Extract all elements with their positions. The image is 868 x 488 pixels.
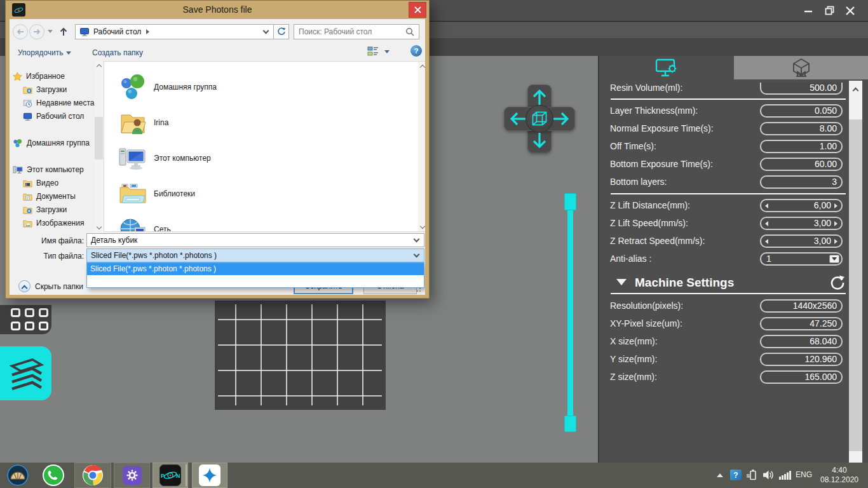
tab-print-settings[interactable] <box>599 56 734 79</box>
xy-pixel-input[interactable]: 47.250 <box>760 317 843 330</box>
x-size-input[interactable]: 68.040 <box>760 335 843 348</box>
sidebar-item-desktop[interactable]: Рабочий стол <box>23 110 84 123</box>
taskbar-settings-button[interactable] <box>114 463 150 488</box>
sidebar-item-this-pc[interactable]: Этот компьютер <box>13 163 84 176</box>
file-item-irina[interactable]: Irina <box>118 108 168 137</box>
tray-expand-button[interactable] <box>715 471 724 479</box>
refresh-icon[interactable] <box>829 274 846 291</box>
tray-volume-icon[interactable] <box>762 469 774 481</box>
forward-button[interactable] <box>29 24 44 39</box>
back-button[interactable] <box>13 24 28 39</box>
app-close-button[interactable] <box>837 0 863 21</box>
sidebar-scroll-down-button[interactable] <box>95 224 103 232</box>
tray-signal-icon[interactable] <box>779 470 792 480</box>
panel-scroll-up-button[interactable] <box>849 81 862 98</box>
filetype-option[interactable]: Sliced File(*.pws *.photon *.photons ) <box>87 263 424 275</box>
print-settings-icon <box>653 58 680 78</box>
sidebar-scroll-thumb[interactable] <box>95 117 103 159</box>
list-scroll-track[interactable] <box>418 71 425 222</box>
panel-scroll-thumb[interactable] <box>849 119 862 451</box>
sidebar-item-favorites[interactable]: Избранное <box>13 70 65 83</box>
machine-settings-header[interactable]: Machine Settings <box>599 274 868 291</box>
sidebar-item-homegroup[interactable]: Домашняя группа <box>13 137 90 149</box>
nav-cube-home-button[interactable] <box>526 105 553 133</box>
view-mode-button[interactable] <box>367 46 379 59</box>
breadcrumb-arrow-icon[interactable] <box>146 29 149 34</box>
help-button[interactable]: ? <box>410 45 422 57</box>
layer-slider-track[interactable] <box>567 210 573 416</box>
list-scroll-down-button[interactable] <box>418 222 425 231</box>
taskbar-photon-button[interactable]: P N <box>153 463 188 488</box>
slice-layers-button[interactable] <box>0 346 51 400</box>
y-size-input[interactable]: 120.960 <box>760 353 843 366</box>
file-label: Сеть <box>154 225 171 232</box>
sidebar-scroll-up-button[interactable] <box>95 61 103 69</box>
spinner-left-icon[interactable] <box>765 203 768 208</box>
hide-folders-label[interactable]: Скрыть папки <box>35 282 83 291</box>
sidebar-item-downloads[interactable]: Загрузки <box>23 83 67 96</box>
history-dropdown-icon[interactable] <box>48 30 53 33</box>
tab-machine[interactable] <box>734 56 868 79</box>
search-input[interactable]: Поиск: Рабочий стол <box>294 24 419 39</box>
bottom-layers-input[interactable]: 3 <box>760 175 843 189</box>
address-dropdown-icon[interactable] <box>263 28 269 34</box>
grid-view-button[interactable] <box>0 305 51 334</box>
normal-exposure-input[interactable]: 8.00 <box>760 122 843 135</box>
resin-volume-input[interactable]: 500.00 <box>760 83 843 95</box>
up-button[interactable] <box>57 25 71 39</box>
sidebar-item-pictures[interactable]: Изображения <box>23 217 84 229</box>
file-item-libraries[interactable]: Библиотеки <box>118 179 195 208</box>
panel-scroll-track[interactable] <box>849 98 862 119</box>
filetype-select[interactable]: Sliced File(*.pws *.photon *.photons ) <box>86 248 424 262</box>
breadcrumb-location[interactable]: Рабочий стол <box>93 27 141 36</box>
setting-row-z-size: Z size(mm): 165.000 <box>599 370 868 384</box>
list-scroll-up-button[interactable] <box>418 62 425 71</box>
tray-network-assistant-icon[interactable]: ? <box>730 470 742 480</box>
layer-thickness-input[interactable]: 0.050 <box>760 104 843 118</box>
new-folder-button[interactable]: Создать папку <box>92 47 143 58</box>
spinner-left-icon[interactable] <box>765 221 768 226</box>
hide-folders-button[interactable] <box>18 280 31 292</box>
sidebar-item-downloads2[interactable]: Загрузки <box>23 203 67 216</box>
filename-input[interactable]: Деталь кубик <box>86 233 424 247</box>
dropdown-arrow-button[interactable] <box>829 255 839 263</box>
layer-slider-bottom-handle[interactable] <box>564 416 576 432</box>
off-time-input[interactable]: 1.00 <box>760 140 843 153</box>
address-bar[interactable]: Рабочий стол <box>75 24 274 39</box>
dialog-close-button[interactable] <box>409 2 426 18</box>
setting-label: XY-Pixel size(um): <box>610 317 682 330</box>
tray-language-indicator[interactable]: ENG <box>796 470 812 479</box>
taskbar-blue-app-button[interactable] <box>192 463 227 488</box>
refresh-button[interactable] <box>273 24 289 39</box>
setting-row-z-retract-speed: Z Retract Speed(mm/s): 3,00 <box>599 234 868 248</box>
filetype-option-empty[interactable] <box>87 275 424 287</box>
file-item-homegroup[interactable]: Домашняя группа <box>118 72 217 102</box>
taskbar-whatsapp-button[interactable] <box>42 464 65 487</box>
sidebar-item-videos[interactable]: Видео <box>23 177 58 189</box>
layer-slider-top-handle[interactable] <box>564 193 576 210</box>
tray-battery-icon[interactable] <box>746 469 758 481</box>
spinner-right-icon[interactable] <box>834 221 837 226</box>
resolution-input[interactable]: 1440x2560 <box>760 299 843 313</box>
z-size-input[interactable]: 165.000 <box>760 370 843 384</box>
setting-label: Z Lift Speed(mm/s): <box>610 217 688 230</box>
start-button[interactable] <box>6 464 29 487</box>
z-lift-distance-spinner[interactable]: 6,00 <box>760 199 843 212</box>
file-item-network[interactable]: Сеть <box>118 215 171 232</box>
organize-menu-button[interactable]: Упорядочить <box>18 47 71 58</box>
spinner-left-icon[interactable] <box>765 239 768 244</box>
anti-alias-dropdown[interactable]: 1 <box>760 252 843 266</box>
tray-clock[interactable]: 4:40 08.12.2020 <box>816 465 863 485</box>
view-mode-dropdown-icon[interactable] <box>384 50 390 53</box>
sidebar-item-recent-places[interactable]: Недавние места <box>23 97 94 109</box>
sidebar-item-documents[interactable]: Документы <box>23 190 76 203</box>
documents-folder-icon <box>23 192 32 201</box>
z-retract-speed-spinner[interactable]: 3,00 <box>760 234 843 248</box>
panel-scroll-track[interactable] <box>849 451 862 463</box>
spinner-right-icon[interactable] <box>834 203 837 208</box>
spinner-right-icon[interactable] <box>834 239 837 244</box>
file-item-this-pc[interactable]: Этот компьютер <box>118 144 211 173</box>
bottom-exposure-input[interactable]: 60.00 <box>760 158 843 171</box>
z-lift-speed-spinner[interactable]: 3,00 <box>760 217 843 230</box>
taskbar-chrome-button[interactable] <box>74 463 111 488</box>
